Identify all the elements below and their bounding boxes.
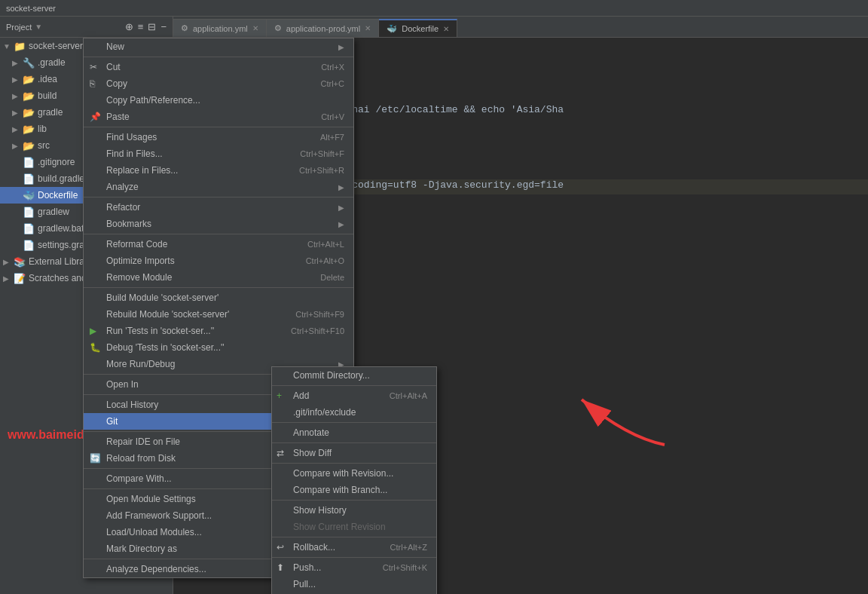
menu-item-copy[interactable]: ⎘ Copy Ctrl+C bbox=[84, 75, 353, 92]
submenu-item-gitinfo-exclude[interactable]: .git/info/exclude bbox=[272, 404, 436, 421]
submenu-item-compare-revision[interactable]: Compare with Revision... bbox=[272, 465, 436, 482]
tab-bar: ⚙ application.yml ✕ ⚙ application-prod.y… bbox=[173, 17, 868, 38]
expand-arrow: ▼ bbox=[3, 42, 12, 51]
menu-label: Mark Directory as bbox=[106, 543, 177, 554]
submenu-separator bbox=[272, 537, 436, 537]
shortcut-label: Alt+F7 bbox=[320, 133, 344, 142]
menu-item-paste[interactable]: 📌 Paste Ctrl+V bbox=[84, 109, 353, 125]
sidebar-header: Project ▼ ⊕ ≡ ⊟ − bbox=[0, 17, 173, 38]
folder-icon: 📁 bbox=[14, 41, 26, 52]
tree-item-label: .gitignore bbox=[38, 157, 75, 167]
tree-item-label: build bbox=[38, 90, 57, 101]
minimize-icon[interactable]: − bbox=[160, 21, 167, 32]
submenu-item-pull[interactable]: Pull... bbox=[272, 576, 436, 592]
menu-separator bbox=[84, 234, 353, 234]
tree-item-label: gradlew bbox=[38, 207, 69, 217]
menu-item-run-tests[interactable]: ▶ Run 'Tests in 'socket-ser...'' Ctrl+Sh… bbox=[84, 323, 353, 339]
menu-label: Git bbox=[106, 416, 118, 427]
menu-item-find-usages[interactable]: Find Usages Alt+F7 bbox=[84, 129, 353, 145]
menu-item-debug-tests[interactable]: 🐛 Debug 'Tests in 'socket-ser...'' bbox=[84, 339, 353, 356]
submenu-item-show-history[interactable]: Show History bbox=[272, 502, 436, 519]
submenu-separator bbox=[272, 557, 436, 558]
shortcut-label: Ctrl+Shift+F bbox=[300, 149, 344, 158]
menu-separator bbox=[84, 287, 353, 288]
sidebar-icons: ⊕ ≡ ⊟ − bbox=[125, 21, 167, 32]
menu-label: Remove Module bbox=[106, 272, 172, 283]
diff-icon: ⇄ bbox=[277, 448, 284, 458]
menu-label: Refactor bbox=[106, 202, 140, 213]
title-bar: socket-server bbox=[0, 0, 868, 17]
sidebar-title: Project ▼ bbox=[6, 23, 42, 32]
menu-item-copy-path[interactable]: Copy Path/Reference... bbox=[84, 92, 353, 109]
menu-item-reformat[interactable]: Reformat Code Ctrl+Alt+L bbox=[84, 236, 353, 253]
submenu-label: Compare with Revision... bbox=[293, 468, 393, 479]
menu-label: Load/Unload Modules... bbox=[106, 527, 202, 537]
submenu-label: Annotate bbox=[293, 427, 329, 438]
shortcut-label: Delete bbox=[320, 273, 344, 282]
tab-dockerfile[interactable]: 🐳 Dockerfile ✕ bbox=[379, 19, 457, 37]
menu-item-refactor[interactable]: Refactor ▶ bbox=[84, 199, 353, 216]
submenu-item-show-diff[interactable]: ⇄ Show Diff bbox=[272, 445, 436, 461]
shortcut-label: Ctrl+Alt+Z bbox=[390, 543, 427, 552]
push-icon: ⬆ bbox=[277, 562, 284, 573]
menu-label: Paste bbox=[106, 112, 130, 122]
tab-application-yml[interactable]: ⚙ application.yml ✕ bbox=[173, 19, 267, 37]
close-icon[interactable]: ✕ bbox=[365, 24, 371, 32]
submenu-label: .git/info/exclude bbox=[293, 407, 356, 418]
menu-item-find-files[interactable]: Find in Files... Ctrl+Shift+F bbox=[84, 145, 353, 162]
git-submenu: Commit Directory... + Add Ctrl+Alt+A .gi… bbox=[271, 366, 437, 594]
submenu-label: Show Diff bbox=[293, 448, 332, 458]
collapse-icon[interactable]: ⊟ bbox=[148, 21, 156, 32]
menu-item-optimize[interactable]: Optimize Imports Ctrl+Alt+O bbox=[84, 253, 353, 269]
shortcut-label: Ctrl+Shift+F9 bbox=[295, 310, 344, 319]
menu-item-cut[interactable]: ✂ Cut Ctrl+X bbox=[84, 59, 353, 75]
menu-label: More Run/Debug bbox=[106, 359, 175, 369]
debug-icon: 🐛 bbox=[90, 342, 101, 353]
submenu-label: Pull... bbox=[293, 579, 316, 589]
dropdown-icon[interactable]: ▼ bbox=[35, 23, 42, 31]
close-icon[interactable]: ✕ bbox=[252, 24, 258, 32]
reload-icon: 🔄 bbox=[90, 453, 101, 464]
menu-label: Copy Path/Reference... bbox=[106, 95, 200, 106]
menu-item-bookmarks[interactable]: Bookmarks ▶ bbox=[84, 216, 353, 232]
menu-item-rebuild-module[interactable]: Rebuild Module 'socket-server' Ctrl+Shif… bbox=[84, 306, 353, 323]
build-gradle-icon: 📄 bbox=[23, 173, 35, 185]
submenu-item-add[interactable]: + Add Ctrl+Alt+A bbox=[272, 387, 436, 404]
submenu-item-commit-dir[interactable]: Commit Directory... bbox=[272, 367, 436, 384]
menu-item-replace-files[interactable]: Replace in Files... Ctrl+Shift+R bbox=[84, 162, 353, 179]
scratches-icon: 📝 bbox=[14, 273, 26, 284]
menu-label: Find in Files... bbox=[106, 148, 163, 159]
list-icon[interactable]: ≡ bbox=[138, 21, 144, 32]
menu-item-analyze[interactable]: Analyze ▶ bbox=[84, 179, 353, 195]
submenu-label: Compare with Branch... bbox=[293, 485, 387, 495]
menu-label: Repair IDE on File bbox=[106, 436, 180, 447]
close-icon[interactable]: ✕ bbox=[443, 25, 449, 33]
menu-label: Find Usages bbox=[106, 132, 157, 142]
tab-application-prod-yml[interactable]: ⚙ application-prod.yml ✕ bbox=[267, 19, 379, 37]
menu-label: Analyze bbox=[106, 182, 139, 192]
submenu-item-push[interactable]: ⬆ Push... Ctrl+Shift+K bbox=[272, 559, 436, 576]
menu-item-new[interactable]: New ▶ bbox=[84, 38, 353, 55]
add-icon[interactable]: ⊕ bbox=[125, 21, 133, 32]
shortcut-label: Ctrl+V bbox=[321, 112, 344, 121]
menu-item-remove-module[interactable]: Remove Module Delete bbox=[84, 269, 353, 286]
tree-item-label: Dockerfile bbox=[38, 190, 78, 201]
menu-label: Debug 'Tests in 'socket-ser...'' bbox=[106, 342, 225, 353]
shortcut-label: Ctrl+C bbox=[321, 79, 344, 88]
submenu-separator bbox=[272, 463, 436, 464]
tab-label: Dockerfile bbox=[402, 24, 439, 33]
menu-label: Build Module 'socket-server' bbox=[106, 292, 219, 303]
menu-separator bbox=[84, 127, 353, 127]
tree-item-label: src bbox=[38, 140, 50, 151]
settings-gradle-icon: 📄 bbox=[23, 240, 35, 251]
sidebar-title-text: Project bbox=[6, 23, 32, 32]
rollback-icon: ↩ bbox=[277, 542, 284, 553]
submenu-arrow: ▶ bbox=[338, 204, 344, 212]
submenu-item-rollback[interactable]: ↩ Rollback... Ctrl+Alt+Z bbox=[272, 539, 436, 556]
menu-label: New bbox=[106, 41, 124, 52]
menu-label: Open Module Settings bbox=[106, 494, 196, 504]
submenu-item-compare-branch[interactable]: Compare with Branch... bbox=[272, 482, 436, 498]
submenu-item-annotate[interactable]: Annotate bbox=[272, 424, 436, 441]
title-text: socket-server bbox=[6, 4, 56, 13]
menu-item-build-module[interactable]: Build Module 'socket-server' bbox=[84, 289, 353, 306]
